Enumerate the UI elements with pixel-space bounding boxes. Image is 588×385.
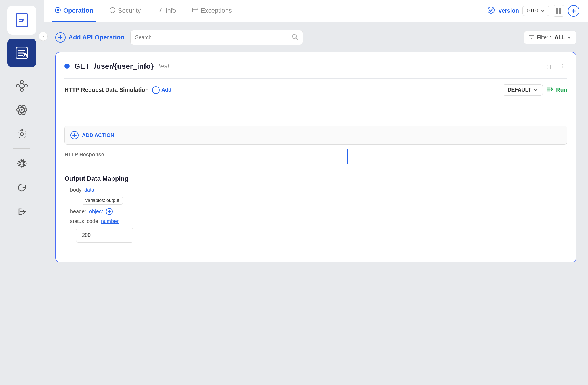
sidebar-divider-2 bbox=[13, 148, 30, 149]
toolbar: Add API Operation bbox=[55, 30, 576, 45]
svg-rect-31 bbox=[556, 8, 558, 11]
svg-point-13 bbox=[20, 80, 23, 83]
sidebar-item-logout[interactable] bbox=[7, 200, 36, 223]
svg-rect-34 bbox=[559, 11, 561, 14]
info-tab-icon bbox=[157, 7, 163, 15]
tab-exceptions[interactable]: Exceptions bbox=[190, 0, 234, 22]
filter-button[interactable]: Filter : ALL bbox=[524, 31, 576, 44]
header-add-icon[interactable] bbox=[106, 208, 113, 215]
operation-tab-icon bbox=[55, 7, 61, 15]
svg-point-47 bbox=[562, 67, 563, 68]
svg-point-21 bbox=[20, 133, 23, 136]
sidebar-item-network[interactable] bbox=[7, 74, 36, 97]
sidebar-item-atom[interactable] bbox=[7, 98, 36, 121]
tab-operation[interactable]: Operation bbox=[52, 0, 96, 22]
exceptions-tab-icon bbox=[192, 7, 198, 15]
run-label: Run bbox=[556, 87, 567, 93]
method-indicator bbox=[64, 64, 70, 69]
body-key: body bbox=[70, 187, 81, 193]
svg-rect-33 bbox=[556, 11, 558, 14]
add-action-label: ADD ACTION bbox=[82, 132, 114, 138]
filter-icon bbox=[529, 34, 534, 41]
tab-security[interactable]: Security bbox=[107, 0, 143, 22]
svg-point-20 bbox=[21, 109, 23, 111]
add-operation-icon bbox=[55, 32, 66, 43]
app-logo[interactable] bbox=[7, 6, 36, 35]
divider-2 bbox=[64, 100, 567, 100]
tab-info-label: Info bbox=[165, 7, 176, 14]
add-operation-label: Add API Operation bbox=[68, 34, 125, 41]
run-button[interactable]: Run bbox=[546, 86, 567, 94]
divider-3 bbox=[64, 167, 567, 167]
svg-point-10 bbox=[20, 83, 24, 88]
status-code-mapping-row: status_code number bbox=[64, 218, 567, 224]
status-code-value-box: 200 bbox=[76, 228, 133, 243]
version-dropdown[interactable]: 0.0.0 bbox=[522, 6, 549, 16]
nav-grid-button[interactable] bbox=[553, 5, 564, 17]
svg-point-11 bbox=[16, 84, 19, 87]
svg-rect-28 bbox=[193, 8, 198, 12]
svg-point-24 bbox=[20, 162, 24, 165]
sidebar-item-settings[interactable] bbox=[7, 152, 36, 175]
card-actions bbox=[543, 61, 567, 71]
tab-security-label: Security bbox=[118, 7, 141, 14]
search-icon bbox=[292, 34, 298, 41]
version-check-icon bbox=[487, 6, 495, 16]
method-label: GET bbox=[74, 62, 89, 71]
status-code-key: status_code bbox=[70, 218, 98, 224]
card-copy-button[interactable] bbox=[543, 61, 553, 71]
svg-point-27 bbox=[57, 9, 59, 11]
response-section-label: HTTP Response bbox=[64, 149, 104, 158]
svg-rect-32 bbox=[559, 8, 561, 11]
header-key: header bbox=[70, 209, 86, 215]
content-area: Add API Operation bbox=[44, 22, 588, 385]
run-icon bbox=[546, 86, 554, 94]
search-box bbox=[130, 30, 303, 45]
svg-line-40 bbox=[296, 38, 297, 39]
simulation-title: HTTP Request Data Simulation bbox=[64, 87, 149, 93]
simulation-add-button[interactable]: Add bbox=[152, 86, 171, 94]
body-value[interactable]: data bbox=[84, 187, 94, 193]
sidebar-item-refresh[interactable] bbox=[7, 176, 36, 199]
connector-line-2 bbox=[347, 149, 348, 164]
sidebar: › bbox=[0, 0, 44, 385]
svg-point-23 bbox=[21, 129, 23, 131]
svg-point-12 bbox=[24, 84, 27, 87]
tab-info[interactable]: Info bbox=[154, 0, 178, 22]
search-input[interactable] bbox=[135, 35, 288, 41]
output-mapping-title: Output Data Mapping bbox=[64, 175, 567, 182]
status-code-type[interactable]: number bbox=[101, 218, 119, 224]
svg-rect-44 bbox=[547, 65, 551, 69]
svg-point-22 bbox=[18, 130, 26, 138]
svg-point-14 bbox=[20, 88, 23, 91]
simulation-header: HTTP Request Data Simulation Add DEFAULT bbox=[64, 84, 567, 100]
body-mapping-row: body data bbox=[64, 187, 567, 193]
path-label: /user/{user_info} bbox=[94, 62, 154, 71]
card-more-button[interactable] bbox=[557, 61, 567, 71]
version-area: Version 0.0.0 bbox=[487, 5, 579, 17]
version-value: 0.0.0 bbox=[527, 8, 538, 14]
api-card-header: GET /user/{user_info} test bbox=[64, 61, 567, 71]
svg-point-30 bbox=[488, 7, 494, 13]
add-operation-button[interactable]: Add API Operation bbox=[55, 32, 125, 43]
api-operation-card: GET /user/{user_info} test bbox=[55, 52, 576, 262]
sidebar-item-node[interactable] bbox=[7, 123, 36, 146]
filter-value: ALL bbox=[555, 35, 565, 41]
sidebar-item-api[interactable] bbox=[7, 39, 36, 67]
header-value[interactable]: object bbox=[89, 209, 103, 215]
security-tab-icon bbox=[109, 7, 116, 15]
sidebar-divider-1 bbox=[13, 71, 30, 71]
svg-point-46 bbox=[562, 66, 563, 67]
add-action-button[interactable]: ADD ACTION bbox=[64, 126, 567, 145]
connector-line-1 bbox=[316, 106, 316, 121]
default-value: DEFAULT bbox=[507, 87, 531, 93]
tag-label: test bbox=[158, 62, 169, 70]
top-navigation: Operation Security Info bbox=[44, 0, 588, 22]
divider-1 bbox=[64, 78, 567, 79]
default-dropdown[interactable]: DEFAULT bbox=[503, 84, 543, 96]
svg-point-45 bbox=[562, 64, 563, 65]
variables-tag: variables: output bbox=[82, 197, 123, 205]
sidebar-expand-button[interactable]: › bbox=[39, 32, 48, 41]
nav-add-button[interactable] bbox=[568, 5, 579, 17]
filter-chevron-icon bbox=[567, 35, 572, 40]
